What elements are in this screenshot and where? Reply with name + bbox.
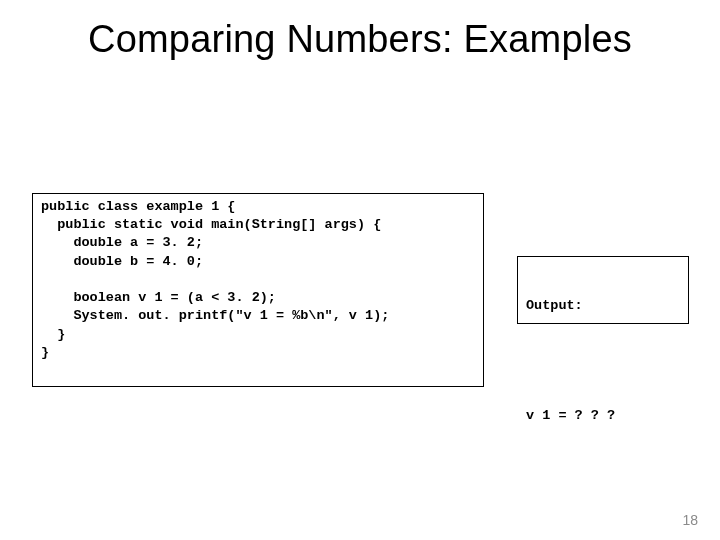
output-box: Output: v 1 = ? ? ? [517,256,689,324]
page-number: 18 [682,512,698,528]
slide-title: Comparing Numbers: Examples [0,18,720,61]
output-label: Output: [526,297,680,315]
output-value: v 1 = ? ? ? [526,407,680,425]
code-example-box: public class example 1 { public static v… [32,193,484,387]
spacer [526,352,680,370]
slide: Comparing Numbers: Examples public class… [0,0,720,540]
